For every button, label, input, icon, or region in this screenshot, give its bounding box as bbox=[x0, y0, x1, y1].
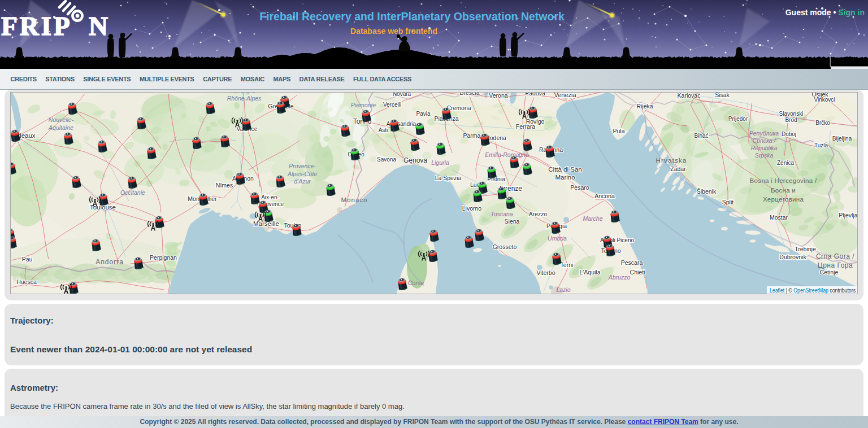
svg-text:Херцеговина: Херцеговина bbox=[763, 196, 804, 203]
svg-text:Terni: Terni bbox=[561, 261, 574, 268]
svg-text:Rijeka: Rijeka bbox=[636, 103, 653, 110]
svg-text:Šibenik: Šibenik bbox=[697, 188, 717, 195]
svg-text:Republika: Republika bbox=[751, 145, 778, 151]
svg-text:Savona: Savona bbox=[377, 156, 396, 163]
svg-text:Pesaro: Pesaro bbox=[570, 184, 589, 191]
svg-text:Vercelli: Vercelli bbox=[383, 102, 401, 108]
svg-text:Viterbo: Viterbo bbox=[536, 269, 555, 276]
svg-text:Cetinje: Cetinje bbox=[820, 269, 839, 276]
svg-text:Piemonte: Piemonte bbox=[351, 102, 376, 108]
svg-text:Fireball Recovery and InterPla: Fireball Recovery and InterPlanetary Obs… bbox=[259, 10, 565, 23]
svg-text:Pula: Pula bbox=[613, 128, 624, 134]
svg-text:Brescia: Brescia bbox=[459, 92, 479, 96]
svg-text:Umbria: Umbria bbox=[548, 235, 567, 242]
svg-text:Cremona: Cremona bbox=[446, 104, 471, 111]
svg-text:Asti: Asti bbox=[379, 127, 388, 133]
svg-text:Pavia: Pavia bbox=[416, 111, 430, 117]
svg-text:Huesca: Huesca bbox=[16, 278, 37, 285]
svg-text:Pescara: Pescara bbox=[621, 259, 643, 266]
svg-text:Siena: Siena bbox=[505, 218, 520, 225]
svg-text:Lazio: Lazio bbox=[556, 286, 570, 293]
svg-text:Brod: Brod bbox=[785, 117, 797, 123]
svg-text:Occitanie: Occitanie bbox=[120, 189, 145, 196]
svg-text:Brčko: Brčko bbox=[815, 120, 830, 126]
svg-text:Grosseto: Grosseto bbox=[493, 243, 517, 250]
svg-text:Database web frontend: Database web frontend bbox=[350, 27, 437, 36]
svg-text:Bosna i Hercegovina /: Bosna i Hercegovina / bbox=[750, 177, 817, 184]
svg-text:Nouvelle-: Nouvelle- bbox=[49, 116, 74, 123]
svg-text:Guest mode • Sign in: Guest mode • Sign in bbox=[785, 8, 865, 17]
svg-text:Српска /: Српска / bbox=[752, 137, 776, 144]
svg-text:Црна Гора: Црна Гора bbox=[818, 261, 853, 269]
svg-text:d'Azur: d'Azur bbox=[294, 178, 311, 185]
svg-text:Zenica: Zenica bbox=[777, 160, 794, 166]
svg-text:Doboj: Doboj bbox=[782, 131, 796, 137]
svg-text:Città di San: Città di San bbox=[548, 166, 581, 173]
svg-text:Padova: Padova bbox=[525, 92, 545, 97]
svg-text:Karlovac: Karlovac bbox=[678, 92, 701, 99]
svg-text:Chieti: Chieti bbox=[630, 269, 645, 276]
svg-text:Venezia: Venezia bbox=[554, 92, 576, 98]
svg-text:Tuzla: Tuzla bbox=[814, 142, 828, 149]
svg-text:Marino: Marino bbox=[555, 174, 575, 181]
svg-text:Crna Gora /: Crna Gora / bbox=[816, 252, 854, 260]
svg-text:Aquitaine: Aquitaine bbox=[48, 124, 73, 131]
svg-text:Zadar: Zadar bbox=[670, 165, 686, 172]
svg-text:Corse: Corse bbox=[408, 279, 424, 286]
svg-text:Република: Република bbox=[749, 130, 779, 137]
svg-text:Parma: Parma bbox=[463, 132, 481, 139]
svg-text:Toscana: Toscana bbox=[491, 211, 513, 217]
svg-text:Perpignan: Perpignan bbox=[150, 254, 177, 261]
svg-text:Rovigo: Rovigo bbox=[526, 118, 545, 125]
svg-text:Trebinje: Trebinje bbox=[795, 246, 816, 252]
svg-text:Pljevlja: Pljevlja bbox=[839, 212, 857, 219]
svg-text:Босна и: Босна и bbox=[771, 187, 796, 194]
svg-text:Monaco: Monaco bbox=[341, 196, 368, 203]
svg-text:Arezzo: Arezzo bbox=[529, 211, 548, 217]
svg-text:Mostar: Mostar bbox=[770, 214, 788, 221]
svg-text:Marche: Marche bbox=[583, 215, 602, 222]
svg-text:Novara: Novara bbox=[393, 92, 411, 97]
svg-text:Leaflet | © OpenStreetMap cont: Leaflet | © OpenStreetMap contributors bbox=[770, 287, 856, 294]
svg-text:Prijedor: Prijedor bbox=[728, 116, 748, 122]
svg-text:Ancona: Ancona bbox=[594, 193, 615, 199]
svg-text:Livorno: Livorno bbox=[462, 205, 482, 212]
svg-text:Abruzzo: Abruzzo bbox=[608, 274, 631, 281]
svg-text:Slavonski: Slavonski bbox=[779, 111, 804, 117]
svg-text:Hrvatska: Hrvatska bbox=[656, 157, 687, 164]
svg-text:FRIP: FRIP bbox=[1, 11, 72, 41]
svg-text:Bihać: Bihać bbox=[694, 133, 708, 139]
svg-text:Andorra: Andorra bbox=[96, 258, 124, 266]
svg-text:Provence-: Provence- bbox=[289, 163, 316, 169]
svg-text:Dubrovnik: Dubrovnik bbox=[779, 254, 806, 260]
svg-text:Rhône-Alpes: Rhône-Alpes bbox=[227, 95, 262, 102]
svg-text:La Spezia: La Spezia bbox=[435, 174, 462, 181]
svg-text:Pau: Pau bbox=[22, 256, 33, 263]
svg-text:Genova: Genova bbox=[403, 156, 427, 164]
svg-text:Sisak: Sisak bbox=[715, 92, 730, 98]
svg-text:N: N bbox=[89, 11, 108, 41]
svg-text:L'Aquila: L'Aquila bbox=[579, 269, 600, 276]
svg-text:Nîmes: Nîmes bbox=[216, 182, 233, 189]
svg-text:Liguria: Liguria bbox=[431, 159, 449, 166]
svg-text:Verona: Verona bbox=[489, 92, 507, 99]
svg-text:Split: Split bbox=[722, 199, 734, 206]
svg-text:Vinkovci: Vinkovci bbox=[814, 97, 835, 103]
svg-text:Emilia-Romagna: Emilia-Romagna bbox=[485, 151, 529, 158]
svg-text:Alpes-Côte: Alpes-Côte bbox=[287, 171, 317, 177]
svg-text:Srpska: Srpska bbox=[755, 152, 774, 159]
svg-text:Bijeljina: Bijeljina bbox=[832, 136, 852, 142]
svg-text:Aix-en-: Aix-en- bbox=[261, 194, 279, 200]
